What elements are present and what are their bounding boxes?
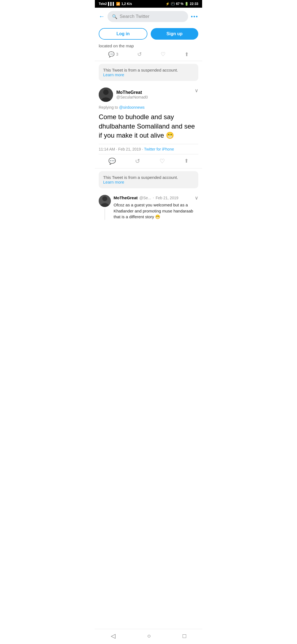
reply-left [99, 195, 111, 220]
reply-display-name: MoTheGreat [114, 195, 138, 200]
comment-icon: 💬 [108, 51, 115, 58]
display-name: MoTheGreat [116, 90, 148, 95]
suspended-text-1: This Tweet is from a suspended account. [103, 68, 178, 72]
tweet-user: MoTheGreat @SecularNomad0 [99, 88, 148, 102]
tweet-meta: 11:14 AM · Feb 21, 2019 · Twitter for iP… [99, 144, 198, 154]
status-left: Tele2 ▌▌▌ 📶 1,2 K/s [99, 2, 132, 6]
svg-point-5 [102, 196, 107, 201]
reply-thread-line [105, 209, 105, 220]
user-info: MoTheGreat @SecularNomad0 [116, 90, 148, 99]
main-share-icon[interactable]: ⬆ [184, 158, 189, 165]
reply-avatar-image [99, 195, 111, 207]
tweet-header: MoTheGreat @SecularNomad0 ∨ [99, 88, 198, 102]
partial-tweet: located on the map 💬 3 ↺ ♡ ⬆ [95, 43, 202, 61]
reply-avatar-svg [99, 195, 111, 207]
heart-icon: ♡ [161, 51, 166, 58]
search-placeholder: Search Twitter [120, 14, 149, 19]
wifi-icon: 📶 [116, 2, 120, 6]
replying-to-label: Replying to [99, 105, 118, 110]
avatar [99, 88, 113, 102]
suspended-notice-1: This Tweet is from a suspended account. … [99, 64, 198, 81]
comment-action[interactable]: 💬 3 [108, 51, 118, 58]
reply-to: Replying to @sirdoonnews [99, 105, 198, 110]
tweet-source-separator: · [142, 147, 144, 151]
reply-text: Ofcoz as a guest you welcomed but as a K… [114, 202, 198, 220]
time-label: 22:33 [190, 2, 198, 6]
share-icon: ⬆ [185, 51, 189, 58]
header: ← 🔍 Search Twitter ••• [95, 8, 202, 25]
search-icon: 🔍 [112, 14, 117, 19]
reply-content: MoTheGreat @Se... · Feb 21, 2019 ∨ Ofcoz… [114, 195, 198, 220]
status-bar: Tele2 ▌▌▌ 📶 1,2 K/s ⚡ 📳 67 % 🔋 22:33 [95, 0, 202, 8]
main-retweet-icon[interactable]: ↺ [135, 158, 140, 165]
battery-level: 67 % [176, 2, 183, 6]
main-comment-icon[interactable]: 💬 [108, 158, 116, 165]
avatar-svg [99, 88, 113, 102]
reply-chevron[interactable]: ∨ [195, 195, 198, 201]
suspended-text-2: This Tweet is from a suspended account. [103, 175, 178, 180]
reply-time: Feb 21, 2019 [156, 196, 178, 200]
reply-user-info: MoTheGreat @Se... · Feb 21, 2019 [114, 195, 178, 200]
signup-button[interactable]: Sign up [151, 28, 198, 40]
suspended-notice-2: This Tweet is from a suspended account. … [99, 171, 198, 188]
reply-username: @Se... [139, 196, 151, 200]
auth-buttons: Log in Sign up [95, 25, 202, 43]
learn-more-1[interactable]: Learn more [103, 72, 124, 77]
reply-tweet: MoTheGreat @Se... · Feb 21, 2019 ∨ Ofcoz… [95, 191, 202, 224]
tweet-actions-main: 💬 ↺ ♡ ⬆ [99, 154, 198, 168]
tweet-chevron[interactable]: ∨ [195, 88, 198, 94]
bluetooth-icon: ⚡ [166, 2, 170, 6]
svg-rect-3 [99, 88, 113, 102]
vibrate-icon: 📳 [171, 2, 175, 6]
more-button[interactable]: ••• [191, 13, 198, 20]
partial-tweet-actions: 💬 3 ↺ ♡ ⬆ [99, 51, 198, 58]
avatar-image [99, 88, 113, 102]
signal-icon: ▌▌▌ [108, 2, 115, 6]
reply-dot: · [153, 195, 154, 200]
main-heart-icon[interactable]: ♡ [160, 158, 165, 165]
carrier-label: Tele2 [99, 2, 107, 6]
status-right: ⚡ 📳 67 % 🔋 22:33 [166, 2, 198, 6]
login-button[interactable]: Log in [99, 28, 147, 40]
comment-count: 3 [116, 52, 118, 56]
username: @SecularNomad0 [116, 95, 148, 99]
tweet-content: Come to buhodle and say dhulbahante Soma… [99, 112, 198, 140]
like-action[interactable]: ♡ [161, 51, 166, 58]
retweet-icon: ↺ [137, 51, 142, 58]
partial-tweet-text: located on the map [99, 43, 198, 48]
retweet-action[interactable]: ↺ [137, 51, 142, 58]
share-action[interactable]: ⬆ [185, 51, 189, 58]
tweet-separator-dot: · [116, 147, 118, 151]
back-button[interactable]: ← [99, 13, 105, 20]
battery-icon: 🔋 [185, 2, 189, 6]
search-bar[interactable]: 🔍 Search Twitter [108, 11, 188, 22]
data-speed: 1,2 K/s [121, 2, 132, 6]
reply-avatar [99, 195, 111, 207]
tweet-source[interactable]: Twitter for iPhone [144, 147, 174, 151]
main-tweet: MoTheGreat @SecularNomad0 ∨ Replying to … [95, 84, 202, 168]
reply-header: MoTheGreat @Se... · Feb 21, 2019 ∨ [114, 195, 198, 201]
learn-more-2[interactable]: Learn more [103, 180, 124, 184]
tweet-date: Feb 21, 2019 [118, 147, 141, 151]
replying-to-user[interactable]: @sirdoonnews [119, 105, 145, 110]
tweet-time: 11:14 AM [99, 147, 115, 151]
